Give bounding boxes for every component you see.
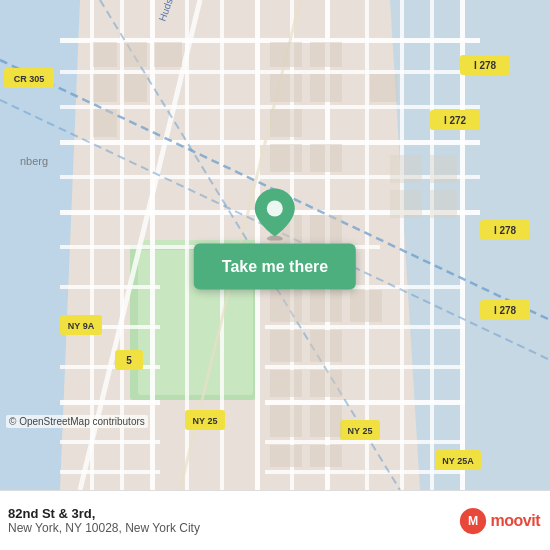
svg-rect-33 <box>365 0 369 490</box>
copyright-text: © OpenStreetMap contributors <box>6 415 148 428</box>
svg-text:NY 25A: NY 25A <box>442 456 474 466</box>
moovit-text: moovit <box>491 512 540 530</box>
svg-rect-76 <box>370 74 398 102</box>
svg-text:nberg: nberg <box>20 155 48 167</box>
svg-rect-91 <box>390 155 422 183</box>
svg-rect-23 <box>60 470 160 474</box>
svg-rect-83 <box>270 330 302 362</box>
svg-rect-84 <box>310 330 342 362</box>
svg-rect-73 <box>270 144 302 172</box>
svg-rect-70 <box>270 42 302 67</box>
svg-rect-27 <box>150 0 155 490</box>
svg-rect-69 <box>93 109 117 137</box>
svg-rect-34 <box>400 0 404 490</box>
footer-text-block: 82nd St & 3rd, New York, NY 10028, New Y… <box>8 506 453 535</box>
svg-rect-64 <box>93 42 117 67</box>
map-pin-icon <box>245 184 305 244</box>
svg-rect-72 <box>270 109 302 137</box>
take-me-there-overlay: Take me there <box>194 184 356 290</box>
svg-text:CR 305: CR 305 <box>14 74 45 84</box>
take-me-there-button[interactable]: Take me there <box>194 244 356 290</box>
svg-rect-80 <box>270 290 302 322</box>
svg-rect-35 <box>430 0 434 490</box>
svg-rect-74 <box>310 42 342 67</box>
svg-rect-86 <box>310 370 342 397</box>
svg-rect-68 <box>124 74 147 102</box>
svg-rect-92 <box>430 155 457 183</box>
svg-text:NY 25: NY 25 <box>348 426 373 436</box>
svg-text:NY 25: NY 25 <box>193 416 218 426</box>
svg-rect-89 <box>270 445 302 467</box>
svg-text:I 278: I 278 <box>474 60 497 71</box>
svg-rect-19 <box>60 400 160 405</box>
svg-rect-85 <box>270 370 302 397</box>
svg-rect-93 <box>390 190 422 218</box>
svg-rect-82 <box>350 290 382 322</box>
svg-rect-66 <box>154 42 182 67</box>
svg-text:M: M <box>467 514 477 528</box>
svg-rect-67 <box>93 74 117 102</box>
footer-address: 82nd St & 3rd, <box>8 506 453 521</box>
svg-rect-21 <box>60 440 160 444</box>
svg-rect-90 <box>310 445 342 467</box>
svg-rect-65 <box>124 42 147 67</box>
svg-rect-75 <box>310 74 342 102</box>
map-container: I 278 I 272 I 278 I 278 NY 9A 5 NY 25 NY… <box>0 0 550 490</box>
svg-rect-71 <box>270 74 302 102</box>
moovit-icon: M <box>459 507 487 535</box>
svg-text:I 278: I 278 <box>494 225 517 236</box>
svg-rect-94 <box>430 190 457 218</box>
svg-rect-88 <box>310 405 342 437</box>
footer-city: New York, NY 10028, New York City <box>8 521 453 535</box>
svg-point-96 <box>267 201 283 217</box>
moovit-logo: M moovit <box>459 507 540 535</box>
svg-text:NY 9A: NY 9A <box>68 321 95 331</box>
footer: 82nd St & 3rd, New York, NY 10028, New Y… <box>0 490 550 550</box>
svg-text:5: 5 <box>126 355 132 366</box>
svg-rect-77 <box>310 144 342 172</box>
svg-rect-87 <box>270 405 302 437</box>
svg-text:I 272: I 272 <box>444 115 467 126</box>
svg-rect-81 <box>310 290 342 322</box>
svg-rect-13 <box>60 285 160 289</box>
svg-text:I 278: I 278 <box>494 305 517 316</box>
